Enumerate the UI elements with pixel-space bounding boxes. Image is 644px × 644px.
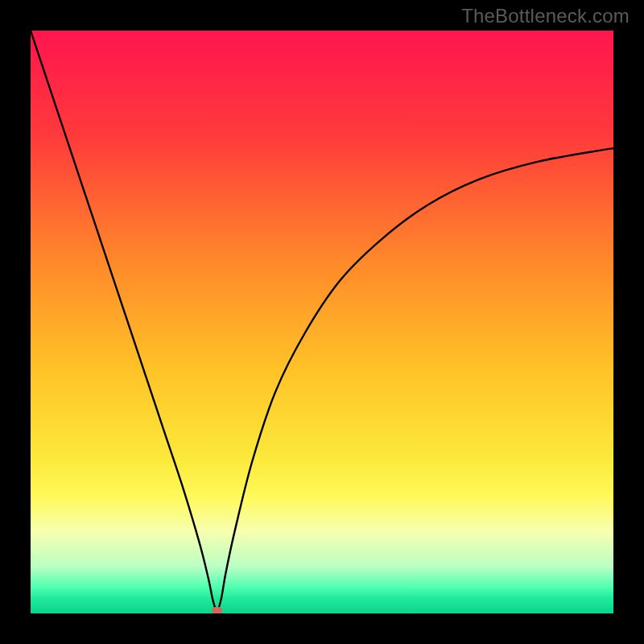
curve-layer (31, 31, 613, 613)
minimum-marker (212, 607, 222, 613)
watermark-text: TheBottleneck.com (461, 5, 630, 27)
plot-area (31, 31, 613, 613)
bottleneck-curve (31, 31, 613, 610)
